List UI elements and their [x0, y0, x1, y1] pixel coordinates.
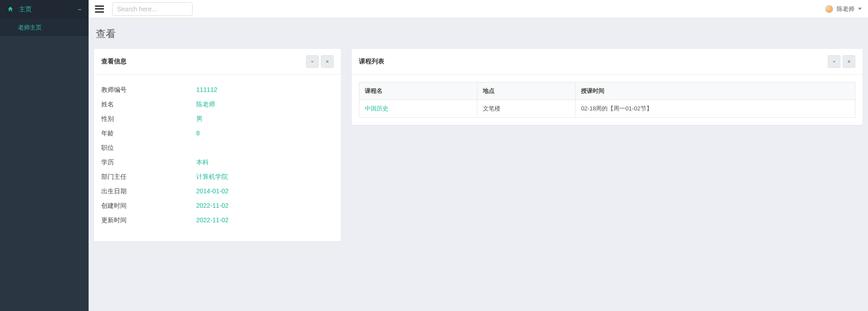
course-location-cell: 文笔楼: [477, 100, 576, 118]
sidebar: 主页 − 老师主页: [0, 0, 89, 311]
close-button[interactable]: [843, 55, 855, 68]
info-body: 教师编号111112 姓名陈老师 性别男 年龄8 职位 学历本科 部门主任计算机…: [94, 75, 341, 241]
info-row: 性别男: [101, 112, 334, 126]
info-label: 学历: [101, 158, 196, 167]
info-label: 性别: [101, 115, 196, 123]
info-label: 姓名: [101, 100, 196, 109]
sidebar-item-label: 主页: [19, 5, 78, 14]
info-label: 创建时间: [101, 202, 196, 210]
sidebar-item-teacher-home[interactable]: 老师主页: [0, 19, 89, 36]
info-label: 更新时间: [101, 216, 196, 225]
username-label: 陈老师: [837, 5, 854, 13]
info-row: 更新时间2022-11-02: [101, 213, 334, 228]
info-value: 2022-11-02: [196, 216, 229, 225]
info-value: 男: [196, 115, 203, 123]
info-row: 职位: [101, 141, 334, 155]
info-row: 教师编号111112: [101, 83, 334, 97]
col-course-name: 课程名: [359, 82, 477, 100]
sidebar-item-label: 老师主页: [18, 24, 42, 31]
info-label: 教师编号: [101, 86, 196, 94]
info-row: 学历本科: [101, 155, 334, 170]
search-input[interactable]: [112, 2, 193, 16]
course-name-cell[interactable]: 中国历史: [359, 100, 477, 118]
course-time-cell: 02-18周的【周一01-02节】: [576, 100, 855, 118]
collapse-button[interactable]: [828, 55, 840, 68]
hamburger-icon[interactable]: [95, 5, 104, 13]
course-panel-title: 课程列表: [359, 57, 826, 66]
info-row: 姓名陈老师: [101, 97, 334, 112]
sidebar-item-home[interactable]: 主页 −: [0, 0, 89, 19]
col-time: 授课时间: [576, 82, 855, 100]
info-row: 出生日期2014-01-02: [101, 184, 334, 199]
info-value: 111112: [196, 86, 217, 94]
home-icon: [7, 6, 14, 14]
info-panel-title: 查看信息: [101, 57, 304, 66]
info-value: 2022-11-02: [196, 202, 229, 210]
info-value: 本科: [196, 158, 209, 167]
user-menu[interactable]: 陈老师: [825, 5, 862, 13]
info-value: 8: [196, 129, 200, 138]
avatar: [825, 5, 833, 13]
info-panel: 查看信息 教师编号111112 姓名陈老师 性别男 年龄8 职位: [94, 49, 341, 241]
course-panel: 课程列表 课程名 地点: [352, 49, 863, 125]
info-value: 陈老师: [196, 100, 215, 109]
info-label: 部门主任: [101, 173, 196, 181]
info-row: 创建时间2022-11-02: [101, 199, 334, 213]
info-row: 年龄8: [101, 126, 334, 141]
table-row: 中国历史 文笔楼 02-18周的【周一01-02节】: [359, 100, 855, 118]
info-label: 职位: [101, 144, 196, 152]
info-row: 部门主任计算机学院: [101, 170, 334, 184]
info-value: 2014-01-02: [196, 187, 229, 196]
collapse-icon[interactable]: −: [78, 6, 81, 13]
col-location: 地点: [477, 82, 576, 100]
page-title: 查看: [96, 27, 863, 41]
info-label: 出生日期: [101, 187, 196, 196]
topbar: 陈老师: [89, 0, 868, 18]
close-button[interactable]: [321, 55, 334, 68]
info-value: 计算机学院: [196, 173, 228, 181]
collapse-button[interactable]: [306, 55, 319, 68]
caret-down-icon: [858, 8, 862, 10]
course-table: 课程名 地点 授课时间 中国历史 文笔楼 02-18周的【周一01-02节】: [359, 82, 855, 118]
info-label: 年龄: [101, 129, 196, 138]
